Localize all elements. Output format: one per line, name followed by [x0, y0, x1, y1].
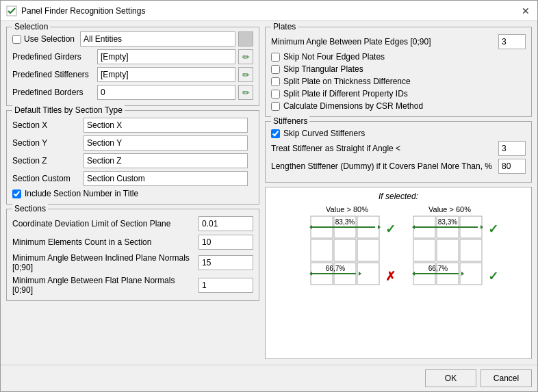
skip-not-four-checkbox[interactable]: [271, 53, 280, 62]
predefined-girders-label: Predefined Girders: [12, 52, 94, 62]
right-grid-svg: 83,3% 66,7%: [412, 215, 487, 293]
svg-rect-6: [357, 239, 379, 261]
svg-text:83,3%: 83,3%: [335, 218, 355, 226]
section-x-row: Section X: [12, 118, 253, 133]
skip-triangular-row: Skip Triangular Plates: [271, 64, 526, 74]
split-thickness-checkbox[interactable]: [271, 77, 280, 86]
skip-not-four-label: Skip Not Four Edged Plates: [283, 52, 385, 62]
left-check-icon: ✓: [385, 222, 396, 237]
predefined-girders-edit-btn[interactable]: ✏: [238, 49, 253, 64]
treat-straight-label: Treat Stiffener as Straight if Angle <: [271, 144, 496, 153]
min-angle-inclined-input[interactable]: [198, 255, 253, 270]
stiffeners-group: Stiffeners Skip Curved Stiffeners Treat …: [265, 121, 532, 183]
cancel-button[interactable]: Cancel: [481, 369, 532, 387]
right-diagram-label: Value > 60%: [428, 205, 471, 213]
coord-dev-row: Coordinate Deviation Limit of Section Pl…: [12, 216, 253, 231]
min-angle-plates-input[interactable]: [498, 34, 526, 49]
main-window: Panel Finder Recognition Settings ✕ Sele…: [0, 0, 538, 392]
left-cross-icon: ✗: [385, 269, 396, 284]
sections-group-label: Sections: [12, 204, 48, 213]
predefined-stiffeners-label: Predefined Stiffeners: [12, 70, 94, 79]
titlebar: Panel Finder Recognition Settings ✕: [1, 1, 537, 21]
skip-curved-row: Skip Curved Stiffeners: [271, 129, 526, 138]
diagram-panels: Value > 80%: [270, 205, 527, 354]
svg-text:66,7%: 66,7%: [326, 265, 345, 272]
window-title: Panel Finder Recognition Settings: [21, 6, 145, 16]
svg-rect-5: [334, 239, 356, 261]
lengthen-row: Lengthen Stiffener (Dummy) if it Covers …: [271, 159, 526, 174]
diagram-box: If selected: Value > 80%: [265, 187, 532, 359]
stiffeners-group-label: Stiffeners: [271, 116, 309, 126]
predefined-borders-edit-btn[interactable]: ✏: [238, 85, 253, 100]
svg-rect-4: [311, 239, 333, 261]
section-y-input[interactable]: [84, 135, 248, 151]
default-titles-label: Default Titles by Section Type: [12, 105, 125, 115]
skip-curved-checkbox[interactable]: [271, 129, 280, 138]
right-diagram-panel: Value > 60%: [412, 205, 487, 354]
plates-group-label: Plates: [271, 22, 298, 31]
all-entities-btn[interactable]: [238, 31, 253, 47]
min-angle-flat-label: Minimum Angle Between Flat Plane Normals…: [12, 276, 196, 295]
use-selection-label: Use Selection: [24, 34, 75, 44]
predefined-stiffeners-row: Predefined Stiffeners ✏: [12, 67, 253, 82]
calc-dimensions-row: Calculate Dimensions by CSR Method: [271, 101, 526, 111]
min-elements-row: Minimum Elements Count in a Section: [12, 235, 253, 250]
default-titles-group: Default Titles by Section Type Section X…: [6, 110, 259, 205]
svg-text:83,3%: 83,3%: [438, 218, 457, 226]
coord-dev-input[interactable]: [198, 216, 253, 231]
use-selection-row: Use Selection: [12, 31, 253, 47]
right-panel: Plates Minimum Angle Between Plate Edges…: [265, 27, 532, 359]
calc-dimensions-label: Calculate Dimensions by CSR Method: [283, 101, 423, 111]
section-x-input[interactable]: [84, 118, 248, 133]
min-elements-label: Minimum Elements Count in a Section: [12, 237, 196, 247]
svg-rect-22: [437, 239, 459, 261]
predefined-borders-input[interactable]: [97, 85, 235, 100]
left-diagram-panel: Value > 80%: [309, 205, 385, 354]
main-content: Selection Use Selection Predefined Girde…: [1, 21, 537, 365]
section-y-row: Section Y: [12, 135, 253, 151]
include-section-checkbox[interactable]: [12, 190, 21, 198]
predefined-borders-label: Predefined Borders: [12, 88, 94, 97]
pencil-icon-3: ✏: [242, 88, 250, 98]
ok-button[interactable]: OK: [425, 369, 476, 387]
svg-rect-21: [413, 239, 435, 261]
right-check-icon-bottom: ✓: [488, 269, 498, 284]
skip-not-four-row: Skip Not Four Edged Plates: [271, 52, 526, 62]
treat-straight-input[interactable]: [498, 141, 526, 156]
close-button[interactable]: ✕: [520, 5, 532, 17]
right-check-icon-top: ✓: [488, 222, 498, 237]
left-grid-container: 83,3% 66,7% ✓: [309, 215, 385, 293]
min-angle-flat-input[interactable]: [198, 278, 253, 293]
right-grid-container: 83,3% 66,7% ✓: [412, 215, 487, 293]
predefined-borders-row: Predefined Borders ✏: [12, 85, 253, 100]
all-entities-input[interactable]: [80, 31, 235, 47]
skip-triangular-checkbox[interactable]: [271, 65, 280, 74]
pencil-icon: ✏: [242, 52, 250, 62]
svg-rect-23: [460, 239, 482, 261]
min-angle-inclined-row: Minimum Angle Between Inclined Plane Nor…: [12, 253, 253, 272]
min-elements-input[interactable]: [198, 235, 253, 250]
split-property-row: Split Plate if Different Property IDs: [271, 89, 526, 99]
left-grid-svg: 83,3% 66,7%: [309, 215, 385, 293]
selection-group: Selection Use Selection Predefined Girde…: [6, 27, 259, 106]
calc-dimensions-checkbox[interactable]: [271, 102, 280, 111]
section-z-input[interactable]: [84, 153, 248, 168]
skip-triangular-label: Skip Triangular Plates: [283, 64, 363, 74]
section-custom-row: Section Custom: [12, 171, 253, 186]
section-z-label: Section Z: [12, 156, 81, 166]
section-z-row: Section Z: [12, 153, 253, 168]
include-section-row: Include Section Number in Title: [12, 189, 253, 198]
skip-curved-label: Skip Curved Stiffeners: [283, 129, 365, 138]
lengthen-input[interactable]: [498, 159, 526, 174]
section-custom-input[interactable]: [84, 171, 248, 186]
use-selection-checkbox[interactable]: [12, 35, 21, 44]
predefined-girders-input[interactable]: [97, 49, 235, 64]
predefined-stiffeners-edit-btn[interactable]: ✏: [238, 67, 253, 82]
coord-dev-label: Coordinate Deviation Limit of Section Pl…: [12, 219, 196, 228]
split-property-checkbox[interactable]: [271, 90, 280, 99]
window-icon: [6, 5, 17, 16]
section-y-label: Section Y: [12, 138, 81, 148]
predefined-stiffeners-input[interactable]: [97, 67, 235, 82]
lengthen-label: Lengthen Stiffener (Dummy) if it Covers …: [271, 161, 496, 171]
svg-text:66,7%: 66,7%: [428, 265, 448, 272]
